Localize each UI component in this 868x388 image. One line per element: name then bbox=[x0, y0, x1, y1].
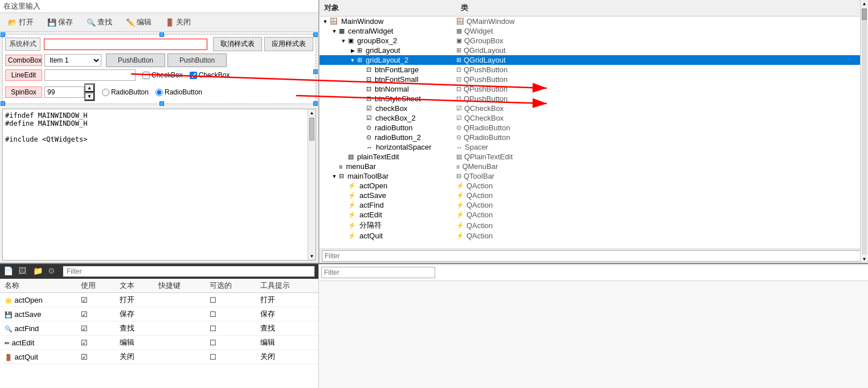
radio2[interactable] bbox=[155, 89, 163, 96]
tree-row[interactable]: ⚡actSave⚡QAction bbox=[320, 191, 868, 200]
action-row[interactable]: 💾 actSave☑保存☐保存 bbox=[0, 307, 318, 321]
tree-row[interactable]: ▼▦centralWidget▦QWidget bbox=[320, 26, 868, 36]
scroll-thumb-right[interactable] bbox=[862, 9, 867, 20]
expand-icon[interactable]: ▼ bbox=[331, 28, 338, 35]
tool-icon-1[interactable]: 📄 bbox=[3, 266, 14, 276]
tree-row[interactable]: ☑checkBox_2☑QCheckBox bbox=[320, 113, 868, 123]
tree-row[interactable]: ⚡actOpen⚡QAction bbox=[320, 181, 868, 191]
cls-type-icon: ≡ bbox=[456, 163, 460, 170]
obj-type-icon: ☑ bbox=[366, 105, 372, 112]
bottom-right-filter[interactable] bbox=[321, 267, 435, 278]
tree-row[interactable]: ▼⊟mainToolBar⊟QToolBar bbox=[320, 171, 868, 181]
save-button[interactable]: 💾 保存 bbox=[43, 15, 77, 29]
tree-row[interactable]: ⚡actFind⚡QAction bbox=[320, 200, 868, 210]
action-checkable: ☐ bbox=[205, 307, 256, 321]
radio1-label[interactable]: RadioButton bbox=[102, 88, 149, 96]
tool-icon-3[interactable]: 📁 bbox=[33, 266, 43, 276]
tree-row[interactable]: ▶⊞gridLayout⊞QGridLayout bbox=[320, 46, 868, 55]
tree-row[interactable]: ⚡actQuit⚡QAction bbox=[320, 231, 868, 241]
scroll-down-arrow[interactable]: ▼ bbox=[308, 253, 316, 260]
tree-row[interactable]: ▼⊞gridLayout_2⊞QGridLayout bbox=[320, 55, 868, 65]
action-used: ☑ bbox=[76, 336, 115, 350]
expand-icon[interactable]: ▼ bbox=[331, 173, 338, 180]
action-text: 编辑 bbox=[115, 336, 154, 350]
tree-row[interactable]: ↔horizontalSpacer↔Spacer bbox=[320, 142, 868, 152]
pushbutton-2[interactable]: PushButton bbox=[167, 53, 227, 67]
spinbox-down[interactable]: ▼ bbox=[84, 92, 95, 101]
tree-row[interactable]: ⚡分隔符⚡QAction bbox=[320, 220, 868, 231]
action-row[interactable]: 🔍 actFind☑查找☐查找 bbox=[0, 321, 318, 336]
resize-handle-tl[interactable] bbox=[1, 32, 5, 37]
tree-obj-cell: ⊡btnFontLarge bbox=[320, 65, 456, 74]
resize-handle-br[interactable] bbox=[313, 101, 318, 106]
obj-type-icon: ⊙ bbox=[366, 124, 371, 131]
tree-item-name: actFind bbox=[359, 201, 384, 209]
obj-type-icon: ▣ bbox=[348, 37, 354, 44]
expand-icon[interactable]: ▼ bbox=[322, 18, 329, 25]
resize-handle-top[interactable] bbox=[159, 32, 164, 37]
apply-style-button[interactable]: 应用样式表 bbox=[264, 37, 313, 51]
tree-body[interactable]: ▼🪟MainWindow🪟QMainWindow▼▦centralWidget▦… bbox=[320, 16, 868, 249]
checkbox2-label[interactable]: CheckBox bbox=[190, 71, 230, 79]
action-row[interactable]: ✏ actEdit☑编辑☐编辑 bbox=[0, 336, 318, 350]
lineedit-input[interactable] bbox=[44, 69, 136, 81]
scroll-up[interactable]: ▲ bbox=[861, 0, 868, 7]
code-editor-scrollbar[interactable]: ▲ ▼ bbox=[308, 109, 316, 260]
tree-cls-cell: 🪟QMainWindow bbox=[456, 17, 868, 26]
expand-icon[interactable]: ▼ bbox=[349, 57, 356, 64]
action-row[interactable]: 🌟 actOpen☑打开☐打开 bbox=[0, 293, 318, 307]
actions-table-wrapper[interactable]: 名称 使用 文本 快捷键 可选的 工具提示 🌟 actOpen☑打开☐打开💾 a… bbox=[0, 279, 318, 388]
tree-cls-name: Spacer bbox=[465, 143, 488, 151]
resize-handle-bottom[interactable] bbox=[159, 101, 164, 106]
scroll-up-arrow[interactable]: ▲ bbox=[308, 109, 316, 117]
cancel-style-button[interactable]: 取消样式表 bbox=[213, 37, 262, 51]
code-editor[interactable]: #ifndef MAINWINDOW_H #define MAINWINDOW_… bbox=[3, 109, 308, 260]
tree-row[interactable]: ▤plainTextEdit▤QPlainTextEdit bbox=[320, 152, 868, 162]
radio1[interactable] bbox=[102, 89, 109, 96]
checkbox1[interactable] bbox=[142, 72, 150, 79]
tree-row[interactable]: ⊙radioButton⊙QRadioButton bbox=[320, 123, 868, 133]
edit-button[interactable]: ✏️ 编辑 bbox=[121, 15, 156, 29]
tree-row[interactable]: ⊡btnStyleSheet⊡QPushButton bbox=[320, 94, 868, 104]
tree-cls-name: QCheckBox bbox=[464, 104, 503, 113]
pushbutton-1[interactable]: PushButton bbox=[106, 53, 165, 67]
tree-row[interactable]: ⊡btnFontLarge⊡QPushButton bbox=[320, 65, 868, 75]
tree-row[interactable]: ⊡btnFontSmall⊡QPushButton bbox=[320, 75, 868, 84]
close-button[interactable]: 🚪 关闭 bbox=[161, 15, 195, 29]
scroll-thumb[interactable] bbox=[309, 118, 314, 141]
tree-row[interactable]: ⚡actEdit⚡QAction bbox=[320, 210, 868, 220]
code-line-4: #include <QtWidgets> bbox=[5, 135, 305, 143]
expand-icon[interactable]: ▶ bbox=[349, 47, 356, 54]
expand-icon[interactable]: ▼ bbox=[340, 38, 347, 44]
tree-row[interactable]: ▼🪟MainWindow🪟QMainWindow bbox=[320, 16, 868, 26]
scroll-down[interactable]: ▼ bbox=[861, 255, 868, 263]
tree-row[interactable]: ⊙radioButton_2⊙QRadioButton bbox=[320, 133, 868, 142]
tree-row[interactable]: ⊡btnNormal⊡QPushButton bbox=[320, 84, 868, 94]
open-button[interactable]: 📂 打开 bbox=[3, 15, 38, 29]
checkbox1-label[interactable]: CheckBox bbox=[142, 71, 183, 79]
right-scrollbar[interactable]: ▲ ▼ bbox=[860, 0, 868, 263]
combobox-select[interactable]: Item 1 Item 2 bbox=[44, 54, 101, 67]
spinbox-input[interactable] bbox=[44, 86, 84, 98]
cls-type-icon: 🪟 bbox=[456, 18, 464, 25]
resize-handle-right[interactable] bbox=[313, 69, 318, 74]
spinbox-up[interactable]: ▲ bbox=[84, 84, 95, 92]
tree-row[interactable]: ≡menuBar≡QMenuBar bbox=[320, 162, 868, 171]
style-input[interactable] bbox=[44, 39, 207, 50]
tree-row[interactable]: ☑checkBox☑QCheckBox bbox=[320, 104, 868, 113]
tree-cls-name: QCheckBox bbox=[464, 114, 503, 122]
find-button[interactable]: 🔍 查找 bbox=[82, 15, 117, 29]
resize-handle-tr[interactable] bbox=[313, 32, 318, 37]
scroll-track[interactable] bbox=[862, 9, 867, 254]
tool-icon-2[interactable]: 🖼 bbox=[18, 266, 28, 276]
radio2-label[interactable]: RadioButton bbox=[155, 88, 202, 96]
obj-type-icon: ⊞ bbox=[357, 56, 362, 64]
resize-handle-bl[interactable] bbox=[1, 101, 5, 106]
tree-row[interactable]: ▼▣groupBox_2▣QGroupBox bbox=[320, 36, 868, 46]
actions-filter-input[interactable] bbox=[63, 266, 315, 277]
checkbox2[interactable] bbox=[190, 72, 197, 79]
filter-input-right[interactable] bbox=[322, 250, 866, 262]
action-row[interactable]: 🚪 actQuit☑关闭☐关闭 bbox=[0, 350, 318, 364]
tool-icon-4[interactable]: ⚙ bbox=[48, 266, 58, 276]
edit-icon: ✏️ bbox=[126, 18, 135, 27]
